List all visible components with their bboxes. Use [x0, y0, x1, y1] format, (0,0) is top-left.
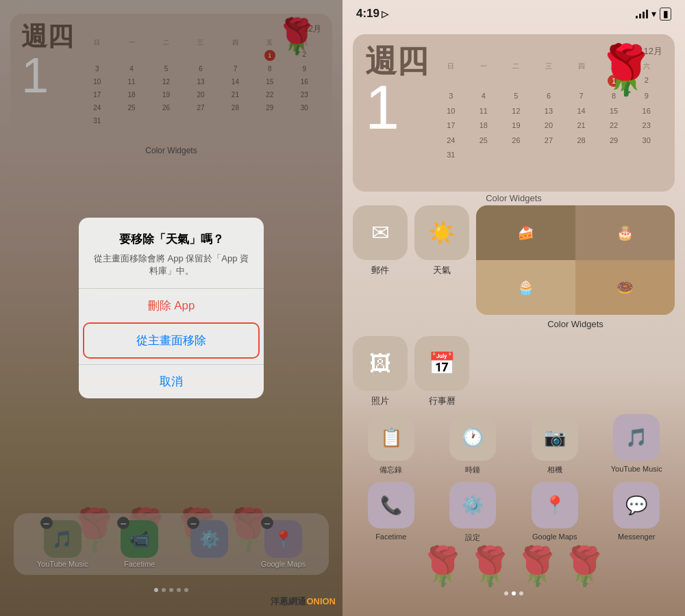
right-dot-3 — [519, 591, 523, 595]
ytmusic-label: YouTube Music — [611, 465, 662, 473]
right-app-mail[interactable]: ✉ 郵件 — [353, 205, 408, 329]
right-widget-label: Color Widgets — [353, 193, 675, 203]
right-widget-text: 週四 1 — [365, 45, 428, 138]
facetime-label: Facetime — [375, 532, 406, 541]
colorwidgets-photo-label: Color Widgets — [547, 319, 603, 329]
right-apps-section: ✉ 郵件 ☀️ 天氣 🍰 🎂 🧁 🍩 — [353, 205, 675, 543]
battery-icon: ▮ — [660, 8, 671, 21]
watermark: 洋蔥網通ONION — [271, 595, 336, 608]
notes-icon: 📋 — [368, 414, 414, 461]
dialog-overlay: 要移除「天氣」嗎？ 從主畫面移除會將 App 保留於「App 資料庫」中。 刪除… — [0, 0, 342, 616]
delete-app-button[interactable]: 刪除 App — [79, 288, 264, 322]
signal-bars — [636, 9, 648, 18]
status-icons: ▾ ▮ — [636, 8, 671, 21]
weather-label: 天氣 — [433, 264, 451, 277]
left-panel: 週四 1 12月 日 一 二 三 四 五 六 1 2 3 4 — [0, 0, 342, 616]
mail-icon: ✉ — [353, 205, 408, 260]
dialog-content: 要移除「天氣」嗎？ 從主畫面移除會將 App 保留於「App 資料庫」中。 — [79, 218, 264, 277]
remove-from-home-button[interactable]: 從主畫面移除 — [83, 322, 260, 359]
right-apps-row1: ✉ 郵件 ☀️ 天氣 🍰 🎂 🧁 🍩 — [353, 205, 675, 329]
right-widget: 週四 1 12月 日 一 二 三 四 五 六 1 2 3 4 — [353, 34, 675, 192]
mail-label: 郵件 — [371, 264, 389, 277]
camera-icon: 📷 — [532, 414, 578, 461]
right-day-number: 1 — [365, 77, 428, 138]
dialog-actions: 刪除 App 從主畫面移除 取消 — [79, 288, 264, 398]
right-app-facetime[interactable]: 📞 Facetime — [353, 482, 429, 543]
messenger-icon: 💬 — [613, 482, 660, 528]
dialog-title: 要移除「天氣」嗎？ — [92, 231, 250, 247]
settings-icon: ⚙️ — [449, 482, 496, 528]
messenger-label: Messenger — [618, 532, 655, 541]
right-app-notes[interactable]: 📋 備忘錄 — [353, 414, 429, 475]
dialog-subtitle: 從主畫面移除會將 App 保留於「App 資料庫」中。 — [92, 253, 250, 277]
dialog-box: 要移除「天氣」嗎？ 從主畫面移除會將 App 保留於「App 資料庫」中。 刪除… — [79, 218, 264, 398]
location-icon: ▷ — [382, 9, 388, 19]
right-apps-row2: 🖼 照片 📅 行事曆 — [353, 336, 675, 407]
right-app-settings[interactable]: ⚙️ 設定 — [435, 482, 512, 543]
cancel-button[interactable]: 取消 — [79, 364, 264, 398]
calendar-label: 行事曆 — [429, 395, 456, 407]
right-apps-row3: 📋 備忘錄 🕐 時鐘 📷 相機 🎵 YouTube Mus — [353, 414, 675, 475]
camera-label: 相機 — [547, 465, 562, 475]
clock-label: 時鐘 — [465, 465, 480, 475]
facetime-icon: 📞 — [368, 482, 414, 528]
weather-icon: ☀️ — [414, 205, 469, 260]
right-app-camera[interactable]: 📷 相機 — [516, 414, 593, 475]
right-app-messenger[interactable]: 💬 Messenger — [599, 482, 675, 543]
right-app-googlemaps[interactable]: 📍 Google Maps — [516, 482, 593, 543]
right-apps-row4: 📞 Facetime ⚙️ 設定 📍 Google Maps 💬 — [353, 482, 675, 543]
watermark-text: 洋蔥網通 — [271, 596, 306, 606]
right-app-photos[interactable]: 🖼 照片 — [353, 336, 408, 407]
notes-label: 備忘錄 — [379, 465, 402, 475]
calendar-icon: 📅 — [414, 336, 469, 391]
googlemaps-label: Google Maps — [532, 532, 577, 541]
right-panel: 4:19 ▷ ▾ ▮ 週四 1 12月 日 一 二 三 — [342, 0, 685, 616]
photos-icon: 🖼 — [353, 336, 408, 391]
right-app-colorwidgets-photo[interactable]: 🍰 🎂 🧁 🍩 Color Widgets — [476, 205, 675, 329]
clock-icon: 🕐 — [449, 414, 496, 461]
right-app-clock[interactable]: 🕐 時鐘 — [435, 414, 512, 475]
ytmusic-icon: 🎵 — [613, 414, 660, 461]
right-app-weather[interactable]: ☀️ 天氣 — [414, 205, 469, 329]
right-app-ytmusic[interactable]: 🎵 YouTube Music — [599, 414, 675, 475]
right-weekday: 週四 — [365, 45, 428, 77]
right-calendar: 12月 日 一 二 三 四 五 六 1 2 3 4 5 6 7 — [435, 45, 662, 162]
status-time: 4:19 ▷ — [356, 7, 388, 21]
right-page-dots — [342, 591, 685, 595]
right-dot-1 — [504, 591, 508, 595]
settings-label: 設定 — [465, 532, 480, 543]
right-dot-2 — [512, 591, 516, 595]
status-bar: 4:19 ▷ ▾ ▮ — [342, 0, 685, 27]
wifi-icon: ▾ — [651, 8, 656, 19]
rose-icon-right: 🌹 — [596, 42, 656, 98]
right-app-calendar[interactable]: 📅 行事曆 — [414, 336, 469, 407]
photo-collage-icon: 🍰 🎂 🧁 🍩 — [476, 205, 675, 315]
photos-label: 照片 — [371, 395, 389, 407]
googlemaps-icon: 📍 — [532, 482, 578, 528]
